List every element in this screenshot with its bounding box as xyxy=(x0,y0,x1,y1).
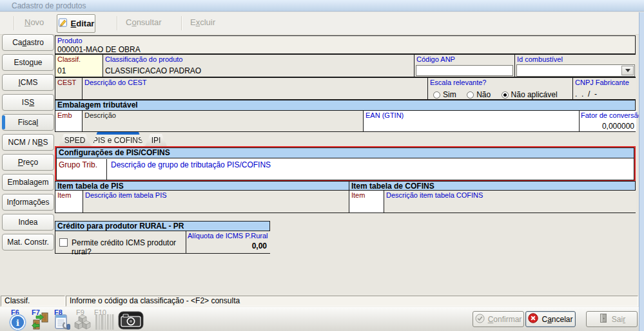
item-pis-label: Item xyxy=(57,191,71,199)
fiscal-subtabs: SPED PIS e COFINS IPI xyxy=(55,132,636,146)
sidebar-item-iss[interactable]: ISS xyxy=(2,94,54,111)
escala-relevante-group: Escala relevante? Sim Não Não aplicável xyxy=(428,78,573,99)
classif-field[interactable]: Classif. 01 xyxy=(55,55,103,77)
credito-rural-section: Crédito para produtor RURAL - PR Permite… xyxy=(55,221,270,254)
sidebar-item-cadastro[interactable]: Cadastro xyxy=(2,34,54,51)
cnpj-fabricante-label: CNPJ Fabricante xyxy=(575,79,629,86)
grupo-trib-descricao: Descrição de grupo de tributação PIS/COF… xyxy=(111,160,271,169)
sidebar-item-fiscal[interactable]: Fiscal xyxy=(2,114,54,131)
check-circle-icon xyxy=(475,314,485,325)
document-tools-icon[interactable] xyxy=(54,313,72,331)
toolbar-consultar-button[interactable]: Consultar xyxy=(126,17,162,27)
embalagem-tributavel-header: Embalagem tributável xyxy=(55,100,636,111)
toolbar-novo-button[interactable]: Novo xyxy=(24,17,44,27)
statusbar: Classif. Informe o código da classificaç… xyxy=(0,295,644,307)
dropdown-arrow-icon[interactable] xyxy=(621,66,634,75)
item-tabela-section: Item tabela de PIS Item tabela de COFINS… xyxy=(55,181,636,213)
item-tabela-pis-header: Item tabela de PIS xyxy=(55,181,349,191)
item-pis-field[interactable]: Item xyxy=(55,191,83,213)
sidebar-item-estoque[interactable]: Estoque xyxy=(2,54,54,71)
main-toolbar: Novo Editar Consultar Excluir xyxy=(0,12,644,35)
cest-field[interactable]: CEST xyxy=(55,78,83,99)
sidebar-item-mat-constr[interactable]: Mat. Constr. xyxy=(2,234,54,251)
tab-pis-e-cofins[interactable]: PIS e COFINS xyxy=(92,132,144,146)
classificacao-value: CLASSIFICACAO PADRAO xyxy=(105,66,201,75)
id-combustivel-select[interactable] xyxy=(516,64,635,77)
classificacao-field: Classificação do produto CLASSIFICACAO P… xyxy=(103,55,415,77)
toolbar-separator xyxy=(14,16,15,30)
aliquota-icms-field: Alíquota de ICMS P.Rural 0,00 xyxy=(186,231,270,253)
titlebar: Cadastro de produtos xyxy=(0,0,644,12)
sair-button[interactable]: Sair xyxy=(586,311,638,327)
barcode-icon xyxy=(95,314,114,331)
sidebar-item-preco[interactable]: Preço xyxy=(2,154,54,171)
classif-value: 01 xyxy=(57,66,66,75)
sidebar-item-indea[interactable]: Indea xyxy=(2,214,54,231)
cancelar-button[interactable]: Cancelar xyxy=(525,311,576,327)
cnpj-fabricante-mask[interactable]: . . / - xyxy=(575,90,597,99)
camera-icon[interactable] xyxy=(118,311,144,331)
window-right-border xyxy=(639,12,644,331)
sidebar-item-informacoes[interactable]: Informações xyxy=(2,194,54,211)
sidebar-item-embalagem[interactable]: Embalagem xyxy=(2,174,54,191)
ean-gtin-field: EAN (GTIN) xyxy=(364,111,580,131)
statusbar-field-name: Classif. xyxy=(1,296,65,307)
grupo-trib-label: Grupo Trib. xyxy=(59,160,97,169)
cnpj-fabricante-field: CNPJ Fabricante . . / - xyxy=(573,78,636,99)
escala-relevante-label: Escala relevante? xyxy=(430,79,486,86)
classif-label: Classif. xyxy=(57,55,81,63)
descricao-cest-label: Descrição do CEST xyxy=(84,79,147,86)
toolbar-separator xyxy=(181,16,182,30)
item-cofins-descricao: Descrição item tabela COFINS xyxy=(384,191,636,213)
codigo-anp-field: Código ANP xyxy=(415,55,515,77)
aliquota-icms-label: Alíquota de ICMS P.Rural xyxy=(188,232,268,240)
emb-field[interactable]: Emb xyxy=(55,111,83,131)
door-icon xyxy=(598,313,609,325)
fator-conversao-field: Fator de conversão 0,000000 xyxy=(580,111,636,131)
item-pis-descricao: Descrição item tabela PIS xyxy=(83,191,349,213)
product-registration-window: Cadastro de produtos Novo Editar Consult… xyxy=(0,0,644,331)
item-cofins-row: Item Descrição item tabela COFINS xyxy=(349,190,636,213)
radio-nao-aplicavel[interactable]: Não aplicável xyxy=(502,88,558,99)
item-cofins-label: Item xyxy=(351,191,365,199)
codigo-anp-input[interactable] xyxy=(416,65,513,76)
window-title: Cadastro de produtos xyxy=(12,1,86,10)
emb-descricao-field: Descrição xyxy=(83,111,364,131)
toolbar-excluir-button[interactable]: Excluir xyxy=(190,17,215,27)
radio-sim[interactable]: Sim xyxy=(433,88,456,99)
confirmar-button[interactable]: Confirmar xyxy=(473,311,524,327)
emb-label: Emb xyxy=(57,111,72,119)
grupo-trib-field[interactable]: Grupo Trib. xyxy=(57,159,107,180)
x-circle-icon xyxy=(528,313,538,325)
item-pis-row: Item Descrição item tabela PIS xyxy=(55,190,349,213)
fator-conversao-label: Fator de conversão xyxy=(581,111,642,119)
sidebar-item-ncm-nbs[interactable]: NCM / NBS xyxy=(2,134,54,151)
item-cofins-field[interactable]: Item xyxy=(349,191,384,213)
cest-row: CEST Descrição do CEST Escala relevante?… xyxy=(55,77,636,100)
doors-in-out-icon[interactable] xyxy=(31,312,50,331)
pencil-icon xyxy=(58,17,68,30)
toolbar-editar-button[interactable]: Editar xyxy=(57,14,95,33)
tab-ipi[interactable]: IPI xyxy=(145,134,167,146)
permite-credito-cell: Permite crédito ICMS produtor rural? xyxy=(55,231,186,253)
cest-label: CEST xyxy=(57,79,76,86)
id-combustivel-field: Id combustível xyxy=(515,55,636,77)
tab-sped[interactable]: SPED xyxy=(59,134,91,146)
produto-label: Produto xyxy=(57,37,83,44)
statusbar-hint-message: Informe o código da classificação - <F2>… xyxy=(66,296,638,307)
svg-text:i: i xyxy=(16,318,19,328)
sidebar-item-icms[interactable]: ICMS xyxy=(2,74,54,91)
emb-descricao-label: Descrição xyxy=(84,111,116,119)
bottom-toolbar: F6 i F7 F8 F9 F10 Con xyxy=(0,307,644,331)
item-tabela-cofins-header: Item tabela de COFINS xyxy=(349,181,636,191)
pis-cofins-config-section: Configurações de PIS/COFINS Grupo Trib. … xyxy=(55,146,636,182)
codigo-anp-label: Código ANP xyxy=(416,55,455,63)
toolbar-separator xyxy=(117,16,118,30)
permite-credito-checkbox[interactable] xyxy=(59,238,68,247)
embalagem-row: Emb Descrição EAN (GTIN) Fator de conver… xyxy=(55,110,636,132)
ean-gtin-label: EAN (GTIN) xyxy=(366,111,404,119)
aliquota-icms-value: 0,00 xyxy=(252,241,267,251)
descricao-cest-field: Descrição do CEST xyxy=(83,78,428,99)
info-icon[interactable]: i xyxy=(9,314,26,331)
radio-nao[interactable]: Não xyxy=(467,88,491,99)
